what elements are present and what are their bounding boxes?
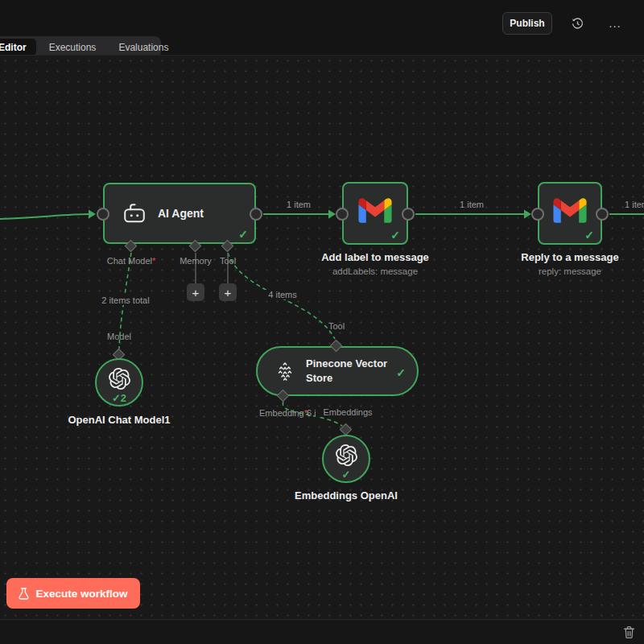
tab-editor[interactable]: Editor	[0, 39, 36, 56]
node-caption-title: Embeddings OpenAI	[278, 489, 415, 502]
robot-icon	[122, 201, 147, 225]
connection-label-1item-a: 1 item	[275, 200, 323, 209]
tab-executions[interactable]: Executions	[39, 39, 106, 56]
node-caption-title: Add label to message	[311, 251, 440, 263]
port-label-embeddings: Embeddings	[316, 407, 380, 417]
output-endpoint-gmail1[interactable]	[402, 208, 415, 221]
caption-gmail-reply: Reply to a message reply: message	[506, 251, 634, 276]
node-title: AI Agent	[158, 207, 204, 220]
node-caption-subtitle: reply: message	[506, 266, 634, 276]
connection-label-1item-c: 1 item	[613, 200, 644, 209]
bottom-bar	[0, 621, 644, 644]
success-check-icon: ✓	[390, 229, 400, 241]
port-label-tool-pinecone: Tool	[312, 321, 361, 331]
tab-evaluations[interactable]: Evaluations	[109, 39, 178, 56]
success-check-icon: ✓	[238, 229, 248, 240]
success-check-badge: ✓2	[97, 392, 142, 404]
gmail-icon	[357, 194, 393, 226]
required-marker: *	[152, 256, 155, 266]
node-embeddings-openai[interactable]: ✓	[322, 435, 370, 483]
openai-icon	[336, 444, 357, 469]
add-memory-button[interactable]: +	[187, 283, 204, 301]
node-gmail-reply[interactable]: ✓	[538, 182, 602, 245]
node-ai-agent[interactable]: AI Agent ✓	[103, 183, 256, 244]
caption-openai-chat: OpenAI Chat Model1	[55, 414, 184, 426]
port-label-chat-model: Chat Model*	[83, 256, 180, 266]
node-caption-subtitle: addLabels: message	[311, 266, 440, 276]
more-options-icon[interactable]: ...	[605, 14, 625, 31]
connection-label-tool-items: 4 items	[254, 290, 312, 299]
add-tool-button[interactable]: +	[219, 283, 237, 301]
success-check-icon: ✓	[396, 367, 406, 378]
caption-embeddings-openai: Embeddings OpenAI	[278, 489, 415, 502]
execute-workflow-label: Execute workflow	[35, 588, 127, 600]
output-endpoint-ai-agent[interactable]	[250, 208, 262, 221]
trash-icon[interactable]	[623, 625, 635, 642]
gmail-icon	[552, 194, 588, 226]
node-openai-chat-model[interactable]: ✓2	[95, 358, 143, 407]
execute-workflow-button[interactable]: Execute workflow	[6, 578, 140, 609]
caption-gmail-add-label: Add label to message addLabels: message	[311, 251, 440, 276]
openai-icon	[109, 368, 130, 393]
node-caption-title: Reply to a message	[506, 251, 634, 263]
publish-button[interactable]: Publish	[502, 12, 552, 35]
port-label-model: Model	[95, 332, 143, 341]
output-endpoint-gmail2[interactable]	[596, 208, 609, 221]
node-caption-title: OpenAI Chat Model1	[55, 414, 184, 426]
input-endpoint-ai-agent[interactable]	[97, 208, 109, 221]
node-gmail-add-label[interactable]: ✓	[342, 182, 408, 245]
node-title: Pinecone Vector Store	[306, 357, 401, 385]
port-label-tool: Tool	[212, 256, 244, 266]
success-check-icon: ✓	[584, 229, 594, 241]
input-endpoint-gmail1[interactable]	[336, 208, 349, 221]
input-endpoint-gmail2[interactable]	[531, 208, 544, 221]
node-pinecone-vector-store[interactable]: Pinecone Vector Store ✓	[256, 346, 419, 396]
history-icon[interactable]	[571, 17, 584, 31]
success-check-badge: ✓	[324, 469, 369, 481]
flask-icon	[19, 588, 29, 600]
connection-label-chat-total: 2 items total	[79, 295, 172, 305]
connection-label-1item-b: 1 item	[448, 200, 496, 209]
pinecone-icon	[274, 360, 296, 382]
